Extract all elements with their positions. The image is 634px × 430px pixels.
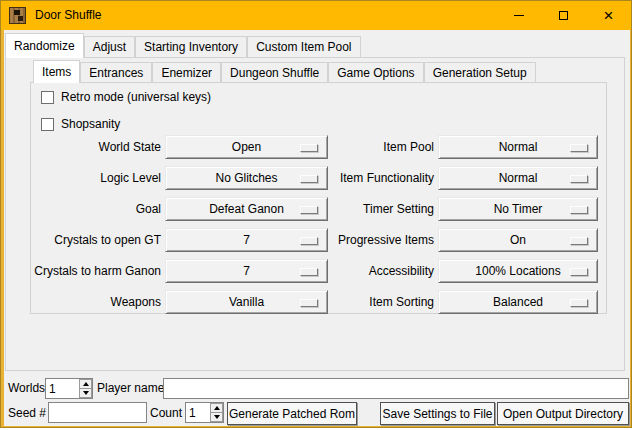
label-item-pool: Item Pool (271, 135, 434, 159)
sub-tab-bar: Items Entrances Enemizer Dungeon Shuffle… (33, 60, 536, 83)
dropdown-indicator-icon (570, 144, 588, 152)
spin-up-icon (214, 406, 220, 410)
subtab-entrances[interactable]: Entrances (80, 62, 152, 83)
spin-down-button[interactable] (210, 413, 223, 422)
tab-randomize[interactable]: Randomize (5, 33, 84, 58)
label-logic-level: Logic Level (31, 166, 161, 190)
window-title: Door Shuffle (35, 1, 102, 30)
door-icon-knob (18, 16, 23, 21)
seed-label: Seed # (8, 403, 46, 424)
dropdown-item-pool[interactable]: Normal (438, 135, 598, 159)
maximize-button[interactable] (541, 1, 586, 30)
window-controls: × (496, 1, 631, 30)
checkbox-retro-mode[interactable]: Retro mode (universal keys) (41, 90, 211, 105)
title-bar[interactable]: Door Shuffle × (1, 1, 632, 30)
client-area: Randomize Adjust Starting Inventory Cust… (4, 30, 630, 426)
worlds-stepper[interactable] (45, 378, 93, 399)
dropdown-indicator-icon (570, 237, 588, 245)
label-progressive-items: Progressive Items (271, 228, 434, 252)
items-panel: Retro mode (universal keys) Shopsanity W… (30, 82, 607, 314)
dropdown-timer-setting[interactable]: No Timer (438, 197, 598, 221)
dropdown-value: No Timer (494, 202, 543, 216)
randomize-panel: Items Entrances Enemizer Dungeon Shuffle… (5, 57, 625, 371)
checkbox-label: Shopsanity (61, 117, 120, 132)
subtab-game-options[interactable]: Game Options (328, 62, 423, 83)
label-item-functionality: Item Functionality (271, 166, 434, 190)
main-tab-bar: Randomize Adjust Starting Inventory Cust… (5, 33, 361, 58)
label-item-sorting: Item Sorting (271, 290, 434, 314)
dropdown-accessibility[interactable]: 100% Locations (438, 259, 598, 283)
checkbox-box[interactable] (41, 91, 54, 104)
dropdown-item-functionality[interactable]: Normal (438, 166, 598, 190)
spin-down-button[interactable] (79, 389, 92, 398)
label-weapons: Weapons (31, 290, 161, 314)
worlds-label: Worlds (8, 378, 45, 399)
dropdown-indicator-icon (570, 206, 588, 214)
checkbox-shopsanity[interactable]: Shopsanity (41, 117, 120, 132)
generate-patched-rom-button[interactable]: Generate Patched Rom (227, 402, 357, 425)
spin-down-icon (83, 391, 89, 395)
spin-up-button[interactable] (79, 379, 92, 389)
seed-input[interactable] (48, 402, 147, 423)
dropdown-progressive-items[interactable]: On (438, 228, 598, 252)
checkbox-label: Retro mode (universal keys) (61, 90, 211, 105)
dropdown-item-sorting[interactable]: Balanced (438, 290, 598, 314)
label-goal: Goal (31, 197, 161, 221)
dropdown-value: Normal (499, 140, 538, 154)
label-timer-setting: Timer Setting (271, 197, 434, 221)
label-crystals-harm-ganon: Crystals to harm Ganon (31, 259, 161, 283)
count-input[interactable] (186, 403, 210, 422)
dropdown-value: Balanced (493, 295, 543, 309)
tab-starting-inventory[interactable]: Starting Inventory (135, 36, 247, 58)
dropdown-indicator-icon (570, 175, 588, 183)
maximize-icon (559, 11, 568, 20)
dropdown-indicator-icon (570, 299, 588, 307)
minimize-button[interactable] (496, 1, 541, 30)
worlds-input[interactable] (46, 379, 79, 398)
open-output-directory-button[interactable]: Open Output Directory (497, 402, 629, 425)
subtab-items[interactable]: Items (33, 60, 80, 83)
count-stepper-arrows (210, 403, 223, 422)
tab-custom-item-pool[interactable]: Custom Item Pool (247, 36, 360, 58)
subtab-enemizer[interactable]: Enemizer (152, 62, 221, 83)
spin-up-icon (83, 382, 89, 386)
save-settings-button[interactable]: Save Settings to File (380, 402, 495, 425)
checkbox-box[interactable] (41, 118, 54, 131)
dropdown-value: 7 (243, 264, 250, 278)
worlds-stepper-arrows (79, 379, 92, 398)
tab-adjust[interactable]: Adjust (84, 36, 135, 58)
door-icon-mark (14, 10, 20, 15)
dropdown-value: Vanilla (229, 295, 264, 309)
subtab-generation-setup[interactable]: Generation Setup (424, 62, 536, 83)
spin-up-button[interactable] (210, 403, 223, 413)
dropdown-value: Open (232, 140, 261, 154)
minimize-icon (514, 15, 524, 16)
close-icon: × (604, 7, 614, 24)
dropdown-value: No Glitches (215, 171, 277, 185)
dropdown-value: Normal (499, 171, 538, 185)
label-crystals-open-gt: Crystals to open GT (31, 228, 161, 252)
player-names-label: Player names (97, 378, 170, 399)
dropdown-value: 100% Locations (475, 264, 560, 278)
door-icon (9, 7, 26, 24)
spin-down-icon (214, 415, 220, 419)
dropdown-indicator-icon (570, 268, 588, 276)
dropdown-value: 7 (243, 233, 250, 247)
close-button[interactable]: × (586, 1, 631, 30)
count-label: Count (150, 403, 182, 424)
app-window: Door Shuffle × Randomize Adjust Starting… (0, 0, 632, 428)
player-names-input[interactable] (163, 378, 629, 399)
subtab-dungeon-shuffle[interactable]: Dungeon Shuffle (221, 62, 328, 83)
count-stepper[interactable] (185, 402, 224, 423)
dropdown-value: On (510, 233, 526, 247)
label-accessibility: Accessibility (271, 259, 434, 283)
label-world-state: World State (31, 135, 161, 159)
